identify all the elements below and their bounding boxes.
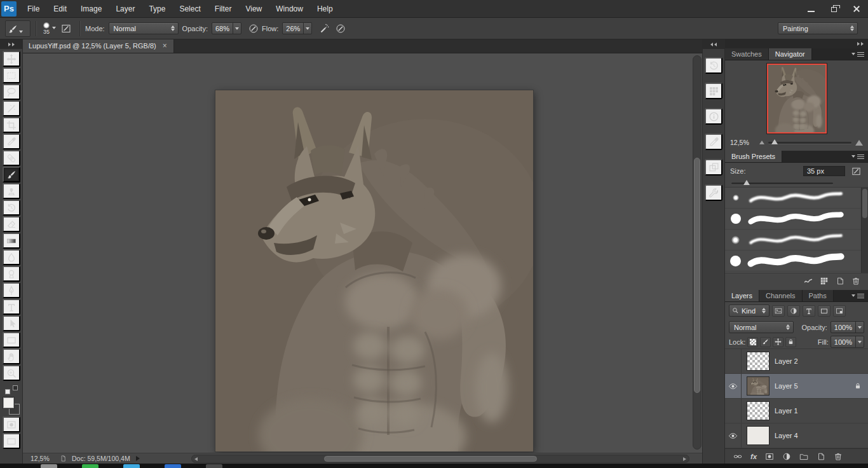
hand-tool[interactable] xyxy=(3,348,20,364)
menu-edit[interactable]: Edit xyxy=(46,0,74,18)
lock-all-button[interactable] xyxy=(785,337,796,347)
move-tool[interactable] xyxy=(3,51,20,67)
taskbar-app-icon[interactable] xyxy=(123,464,140,468)
quick-selection-tool[interactable] xyxy=(3,100,20,116)
layer-blend-mode-select[interactable]: Normal xyxy=(729,321,794,333)
layer-name[interactable]: Layer 2 xyxy=(775,357,798,365)
link-layers-icon[interactable] xyxy=(733,452,742,461)
foreground-color-swatch[interactable] xyxy=(3,397,14,408)
brush-list-scrollbar[interactable] xyxy=(861,188,868,273)
taskbar-app-icon[interactable] xyxy=(82,464,98,468)
menu-image[interactable]: Image xyxy=(74,0,109,18)
delete-layer-icon[interactable] xyxy=(834,452,843,461)
clone-stamp-tool[interactable] xyxy=(3,183,20,199)
menu-layer[interactable]: Layer xyxy=(109,0,142,18)
toolbar-collapse-button[interactable] xyxy=(0,39,22,49)
taskbar-app-icon[interactable] xyxy=(206,464,222,468)
airbrush-button[interactable] xyxy=(316,21,332,36)
taskbar-app-icon[interactable] xyxy=(41,464,57,468)
filter-smart-object-button[interactable] xyxy=(833,305,846,317)
dock-swatches-button[interactable] xyxy=(705,83,722,99)
preset-view-icon[interactable] xyxy=(820,277,829,286)
tab-paths[interactable]: Paths xyxy=(803,290,834,301)
brush-preset-item[interactable] xyxy=(725,230,868,251)
new-group-icon[interactable] xyxy=(799,452,808,461)
pressure-opacity-button[interactable] xyxy=(245,21,262,36)
filter-image-button[interactable] xyxy=(772,305,785,317)
swap-colors-widget[interactable] xyxy=(5,385,18,394)
filter-adjustment-button[interactable] xyxy=(787,305,800,317)
layer-visibility-toggle[interactable] xyxy=(725,423,742,448)
chevron-down-icon[interactable] xyxy=(855,322,864,333)
layer-thumbnail[interactable] xyxy=(747,402,769,420)
filter-type-button[interactable] xyxy=(803,305,815,317)
spot-healing-brush-tool[interactable] xyxy=(3,150,20,166)
scrollbar-thumb[interactable] xyxy=(862,189,867,218)
menu-help[interactable]: Help xyxy=(310,0,340,18)
menu-filter[interactable]: Filter xyxy=(208,0,239,18)
canvas-viewport[interactable] xyxy=(23,53,702,453)
dock-collapse-button[interactable] xyxy=(725,39,868,48)
brush-tool[interactable] xyxy=(3,167,20,182)
rectangular-marquee-tool[interactable] xyxy=(3,67,20,83)
tab-close-icon[interactable]: × xyxy=(162,42,168,50)
new-layer-icon[interactable] xyxy=(817,452,825,461)
layer-name[interactable]: Layer 1 xyxy=(775,407,798,415)
dock-tool-presets-button[interactable] xyxy=(705,184,722,201)
scroll-left-icon[interactable] xyxy=(194,457,198,461)
dock-info-button[interactable] xyxy=(705,108,722,125)
menu-type[interactable]: Type xyxy=(142,0,172,18)
gradient-tool[interactable] xyxy=(3,233,20,249)
menu-window[interactable]: Window xyxy=(269,0,310,18)
dock-history-button[interactable] xyxy=(705,57,722,74)
navigator-proxy-view[interactable] xyxy=(767,64,827,134)
tool-preset-picker[interactable] xyxy=(5,20,31,37)
flow-field[interactable]: 26% xyxy=(282,22,312,34)
pen-tool[interactable] xyxy=(3,282,20,298)
layer-thumbnail[interactable] xyxy=(747,377,769,395)
layer-visibility-toggle[interactable] xyxy=(725,349,742,373)
adjustment-layer-icon[interactable] xyxy=(782,452,791,461)
vertical-scrollbar[interactable] xyxy=(693,55,702,450)
panel-menu-button[interactable] xyxy=(848,151,868,162)
vertical-scrollbar-thumb[interactable] xyxy=(694,158,700,393)
screen-mode-button[interactable] xyxy=(3,433,20,449)
dock-color-sampler-button[interactable] xyxy=(705,134,722,150)
brush-size-slider[interactable] xyxy=(731,182,833,184)
minimize-button[interactable] xyxy=(799,0,822,18)
layer-style-button[interactable]: fx xyxy=(750,453,757,460)
tab-channels[interactable]: Channels xyxy=(759,290,802,301)
brush-preset-item[interactable] xyxy=(725,209,868,230)
menu-select[interactable]: Select xyxy=(172,0,207,18)
layer-thumbnail[interactable] xyxy=(747,427,769,444)
horizontal-type-tool[interactable] xyxy=(3,299,20,315)
zoom-tool[interactable] xyxy=(3,365,20,381)
zoom-out-icon[interactable] xyxy=(759,141,764,144)
tab-swatches[interactable]: Swatches xyxy=(725,48,769,60)
layer-visibility-toggle[interactable] xyxy=(725,374,742,398)
eraser-tool[interactable] xyxy=(3,216,20,232)
lock-paint-button[interactable] xyxy=(760,337,771,347)
tab-layers[interactable]: Layers xyxy=(725,290,759,301)
rectangle-tool[interactable] xyxy=(3,332,20,348)
filter-shape-button[interactable] xyxy=(818,305,831,317)
horizontal-scrollbar-thumb[interactable] xyxy=(324,456,537,462)
menu-view[interactable]: View xyxy=(238,0,269,18)
zoom-in-icon[interactable] xyxy=(855,140,863,146)
brush-preset-item[interactable] xyxy=(725,251,868,272)
status-menu-arrow-icon[interactable] xyxy=(136,456,140,461)
status-zoom-field[interactable]: 12,5% xyxy=(31,455,60,462)
layer-name[interactable]: Layer 4 xyxy=(775,432,798,439)
close-button[interactable] xyxy=(845,0,868,18)
layer-row[interactable]: Layer 1 xyxy=(725,399,868,423)
workspace-switcher[interactable]: Painting xyxy=(778,22,858,34)
dock-clone-source-button[interactable] xyxy=(705,159,722,176)
restore-button[interactable] xyxy=(822,0,845,18)
path-selection-tool[interactable] xyxy=(3,315,20,331)
tab-brush-presets[interactable]: Brush Presets xyxy=(725,151,782,162)
blend-mode-select[interactable]: Normal xyxy=(109,22,179,34)
brush-preset-picker[interactable]: 35 xyxy=(41,20,58,38)
layer-row[interactable]: Layer 2 xyxy=(725,349,868,374)
lock-transparency-button[interactable] xyxy=(747,337,758,347)
panel-menu-button[interactable] xyxy=(848,48,868,60)
